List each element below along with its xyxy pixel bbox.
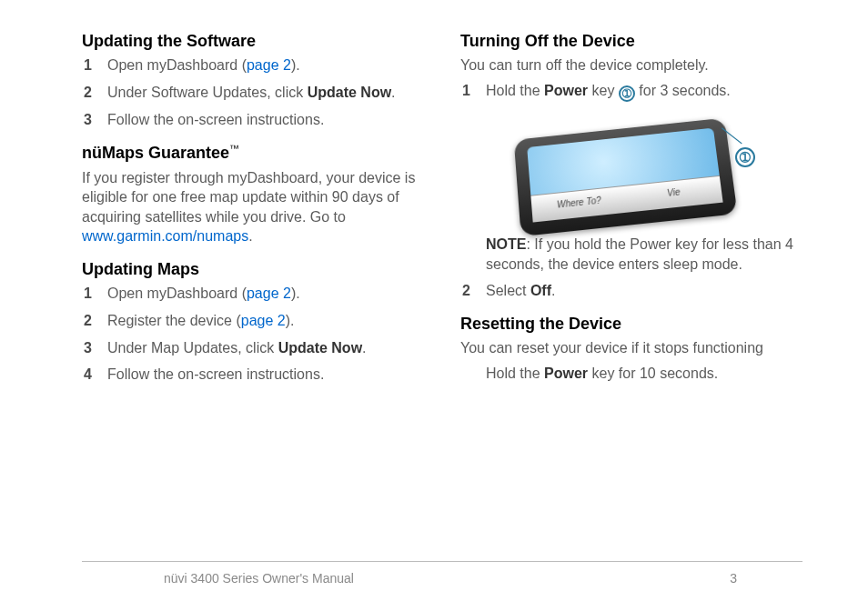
step: Hold the Power key ➀ for 3 seconds. Wher… [460, 81, 802, 274]
step: Follow the on-screen instructions. [82, 110, 424, 130]
step: Select Off. [460, 281, 802, 301]
page-link[interactable]: page 2 [247, 285, 291, 301]
step: Follow the on-screen instructions. [82, 365, 424, 385]
callout-marker-icon: ➀ [735, 147, 755, 167]
screen-button: Where To? [530, 185, 628, 223]
text: If you register through myDashboard, you… [82, 170, 415, 225]
text: Follow the on-screen instructions. [107, 366, 324, 382]
text: key [588, 83, 619, 98]
bold-text: Power [544, 83, 588, 98]
device-body: Where To? Vie [514, 118, 738, 236]
text: Hold the [486, 366, 544, 381]
external-link[interactable]: www.garmin.com/numaps [82, 228, 248, 244]
numaps-body: If you register through myDashboard, you… [82, 168, 424, 246]
device-screen: Where To? Vie [527, 128, 722, 223]
text: key for 10 seconds. [588, 366, 718, 381]
text: Register the device ( [107, 313, 241, 328]
heading-numaps: nüMaps Guarantee™ [82, 142, 424, 164]
text: ). [291, 285, 300, 301]
bold-text: Update Now [278, 340, 362, 356]
text: ). [286, 313, 295, 328]
text: nüMaps Guarantee [82, 144, 229, 162]
heading-updating-maps: Updating Maps [82, 259, 424, 280]
heading-resetting: Resetting the Device [460, 314, 802, 335]
text: : If you hold the Power key for less tha… [486, 236, 793, 272]
note-label: NOTE [486, 236, 526, 252]
text: Open myDashboard ( [107, 285, 247, 301]
bold-text: Update Now [308, 85, 391, 100]
text: Open myDashboard ( [107, 57, 247, 73]
text: Select [486, 283, 530, 298]
bold-text: Off [530, 283, 551, 298]
intro-text: You can turn off the device completely. [460, 55, 802, 75]
bold-text: Power [544, 366, 588, 381]
heading-turning-off: Turning Off the Device [460, 31, 802, 52]
callout-icon: ➀ [619, 85, 635, 102]
intro-text: You can reset your device if it stops fu… [460, 338, 802, 358]
text: . [362, 340, 366, 356]
steps-turning-off: Hold the Power key ➀ for 3 seconds. Wher… [460, 81, 802, 301]
note-text: NOTE: If you hold the Power key for less… [486, 235, 802, 274]
text: Under Map Updates, click [107, 340, 278, 356]
page-link[interactable]: page 2 [247, 57, 291, 73]
instruction-line: Hold the Power key for 10 seconds. [460, 364, 802, 384]
step: Under Map Updates, click Update Now. [82, 338, 424, 358]
footer-title: nüvi 3400 Series Owner's Manual [164, 571, 354, 586]
text: Follow the on-screen instructions. [107, 112, 324, 127]
text: Under Software Updates, click [107, 85, 308, 100]
heading-updating-software: Updating the Software [82, 31, 424, 52]
text: Hold the [486, 83, 544, 98]
steps-updating-software: Open myDashboard (page 2). Under Softwar… [82, 55, 424, 129]
page-link[interactable]: page 2 [241, 313, 286, 328]
step: Open myDashboard (page 2). [82, 55, 424, 75]
device-illustration: Where To? Vie ➀ [511, 107, 757, 225]
text: . [551, 283, 555, 298]
step: Register the device (page 2). [82, 311, 424, 331]
text: . [391, 85, 395, 100]
step: Under Software Updates, click Update Now… [82, 83, 424, 103]
screen-button: Vie [625, 175, 723, 213]
steps-updating-maps: Open myDashboard (page 2). Register the … [82, 284, 424, 384]
trademark-symbol: ™ [229, 143, 239, 154]
text: for 3 seconds. [635, 83, 731, 98]
page-footer: nüvi 3400 Series Owner's Manual 3 [82, 561, 802, 586]
step: Open myDashboard (page 2). [82, 284, 424, 304]
page-number: 3 [730, 571, 737, 586]
text: . [248, 228, 252, 244]
text: ). [291, 57, 300, 73]
